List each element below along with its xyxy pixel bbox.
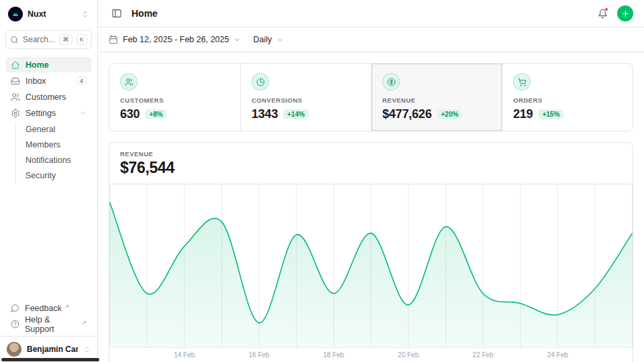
stat-value: $477,626 bbox=[382, 107, 431, 121]
area-chart-svg bbox=[109, 184, 633, 347]
dashboard-content: CUSTOMERS 630 +8% CONVERSIONS 1343 +14% bbox=[98, 52, 644, 362]
sidebar-footer-links: Feedback ↗ Help & Support ↗ bbox=[0, 296, 97, 336]
search-placeholder: Search... bbox=[23, 35, 55, 44]
sidebar-item-label: Settings bbox=[25, 109, 56, 118]
stat-card-customers[interactable]: CUSTOMERS 630 +8% bbox=[109, 64, 240, 131]
help-circle-icon bbox=[11, 320, 19, 328]
x-axis-label: 24 Feb bbox=[547, 351, 568, 359]
sidebar-item-label: Home bbox=[25, 60, 49, 70]
message-icon bbox=[11, 304, 19, 312]
chart-metric-label: REVENUE bbox=[120, 150, 622, 158]
page-title: Home bbox=[131, 8, 158, 19]
sidebar-item-customers[interactable]: Customers bbox=[5, 89, 92, 105]
stat-delta-badge: +8% bbox=[145, 109, 166, 119]
x-axis-label: 18 Feb bbox=[323, 351, 344, 359]
gear-icon bbox=[11, 109, 20, 118]
period-value: Daily bbox=[253, 35, 272, 44]
stats-row: CUSTOMERS 630 +8% CONVERSIONS 1343 +14% bbox=[109, 63, 633, 131]
sidebar-item-members[interactable]: Members bbox=[20, 137, 92, 152]
stat-card-orders[interactable]: ORDERS 219 +15% bbox=[502, 64, 633, 131]
sidebar-item-settings[interactable]: Settings bbox=[5, 105, 92, 121]
stat-delta-badge: +14% bbox=[283, 109, 309, 119]
sidebar: Nuxt Search... ⌘ K Home Inbox 4 Customer… bbox=[0, 0, 98, 362]
panel-left-icon bbox=[111, 8, 122, 19]
revenue-chart[interactable] bbox=[109, 184, 633, 347]
chevrons-up-down-icon bbox=[83, 346, 91, 353]
stat-label: REVENUE bbox=[382, 97, 491, 104]
add-button[interactable] bbox=[617, 5, 633, 21]
team-selector[interactable]: Nuxt bbox=[5, 5, 92, 23]
x-axis-labels: 14 Feb16 Feb18 Feb20 Feb22 Feb24 Feb bbox=[109, 347, 633, 362]
external-link-icon: ↗ bbox=[64, 303, 70, 310]
stat-card-revenue[interactable]: REVENUE $477,626 +20% bbox=[371, 64, 502, 131]
x-axis-label: 16 Feb bbox=[248, 351, 269, 359]
stat-label: CUSTOMERS bbox=[120, 97, 229, 104]
plus-icon bbox=[621, 9, 630, 18]
nuxt-logo-icon bbox=[8, 7, 23, 21]
stat-value: 1343 bbox=[252, 107, 278, 121]
chart-metric-value: $76,544 bbox=[120, 159, 622, 177]
horizontal-scrollbar-thumb[interactable] bbox=[1, 358, 99, 361]
page-header: Home bbox=[98, 0, 644, 27]
sidebar-spacer bbox=[0, 183, 97, 296]
stat-delta-badge: +15% bbox=[538, 109, 564, 119]
toggle-sidebar-button[interactable] bbox=[109, 5, 125, 21]
home-icon bbox=[11, 60, 20, 70]
x-axis-label: 14 Feb bbox=[174, 351, 195, 359]
sidebar-nav: Home Inbox 4 Customers Settings General … bbox=[0, 49, 97, 183]
feedback-link[interactable]: Feedback ↗ bbox=[5, 300, 92, 316]
calendar-icon bbox=[109, 35, 118, 44]
period-select[interactable]: Daily bbox=[253, 35, 284, 44]
avatar bbox=[7, 342, 21, 357]
chevrons-up-down-icon bbox=[81, 10, 89, 18]
external-link-icon: ↗ bbox=[81, 319, 87, 326]
chevron-down-icon bbox=[276, 36, 284, 44]
sidebar-item-notifications[interactable]: Notifications bbox=[20, 153, 92, 168]
kbd-cmd: ⌘ bbox=[59, 34, 72, 44]
stat-delta-badge: +20% bbox=[437, 109, 462, 119]
main-panel: Home Feb 12, 2025 - Feb 26, 2025 Daily bbox=[98, 0, 644, 362]
kbd-k: K bbox=[76, 34, 87, 44]
chart-pie-icon bbox=[252, 73, 269, 90]
stat-value: 630 bbox=[120, 107, 140, 121]
sidebar-item-label: Customers bbox=[25, 93, 66, 102]
inbox-count-badge: 4 bbox=[76, 76, 87, 85]
revenue-chart-card: REVENUE $76,544 14 Feb16 Feb18 Feb20 bbox=[109, 142, 633, 362]
stat-card-conversions[interactable]: CONVERSIONS 1343 +14% bbox=[240, 64, 371, 131]
circle-dollar-icon bbox=[382, 73, 400, 90]
settings-submenu: General Members Notifications Security bbox=[15, 122, 92, 183]
date-range-value: Feb 12, 2025 - Feb 26, 2025 bbox=[123, 35, 229, 44]
help-support-label: Help & Support bbox=[25, 315, 78, 334]
inbox-icon bbox=[11, 76, 20, 86]
chevron-up-icon bbox=[79, 109, 87, 117]
x-axis-label: 22 Feb bbox=[472, 351, 493, 359]
chart-header: REVENUE $76,544 bbox=[109, 143, 633, 184]
chevron-down-icon bbox=[233, 36, 241, 44]
search-input[interactable]: Search... ⌘ K bbox=[5, 30, 92, 49]
sidebar-item-security[interactable]: Security bbox=[20, 168, 92, 183]
notification-dot bbox=[604, 7, 608, 11]
filters-toolbar: Feb 12, 2025 - Feb 26, 2025 Daily bbox=[98, 27, 644, 52]
x-axis-label: 20 Feb bbox=[398, 351, 419, 359]
date-range-picker[interactable]: Feb 12, 2025 - Feb 26, 2025 bbox=[109, 35, 241, 44]
shopping-cart-icon bbox=[513, 73, 531, 90]
stat-label: ORDERS bbox=[513, 97, 622, 104]
stat-value: 219 bbox=[513, 107, 533, 121]
search-icon bbox=[10, 36, 19, 44]
stat-label: CONVERSIONS bbox=[252, 97, 360, 104]
sidebar-item-home[interactable]: Home bbox=[5, 57, 92, 72]
users-icon bbox=[11, 93, 20, 102]
team-name: Nuxt bbox=[28, 9, 76, 19]
users-icon bbox=[120, 73, 138, 90]
notifications-button[interactable] bbox=[594, 5, 610, 21]
help-support-link[interactable]: Help & Support ↗ bbox=[5, 316, 92, 332]
feedback-label: Feedback bbox=[25, 304, 62, 313]
sidebar-item-inbox[interactable]: Inbox 4 bbox=[5, 73, 92, 88]
user-name: Benjamin Canac bbox=[27, 345, 78, 354]
sidebar-item-label: Inbox bbox=[25, 76, 46, 86]
sidebar-item-general[interactable]: General bbox=[20, 122, 92, 137]
